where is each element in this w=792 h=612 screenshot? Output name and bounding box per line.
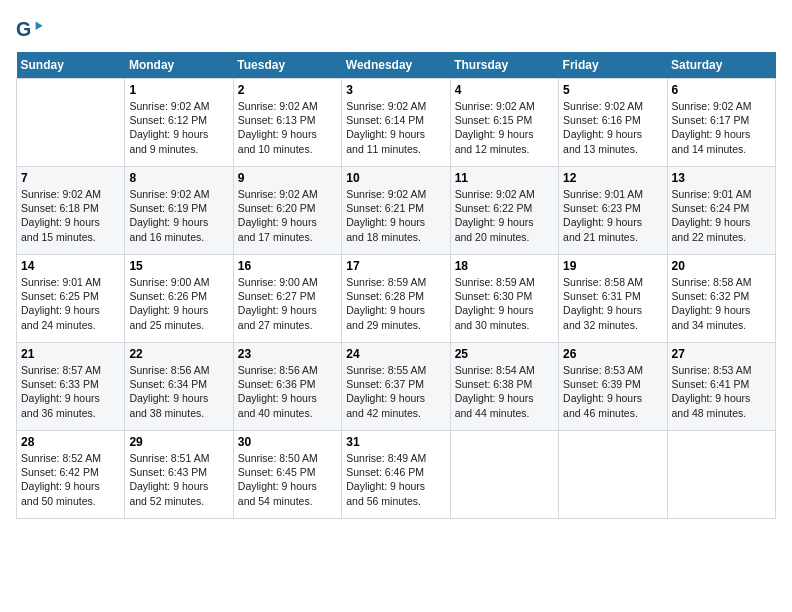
calendar-cell: 17Sunrise: 8:59 AM Sunset: 6:28 PM Dayli… <box>342 255 450 343</box>
day-number: 14 <box>21 259 120 273</box>
day-number: 10 <box>346 171 445 185</box>
day-number: 21 <box>21 347 120 361</box>
day-info: Sunrise: 8:53 AM Sunset: 6:41 PM Dayligh… <box>672 363 771 420</box>
day-info: Sunrise: 9:02 AM Sunset: 6:17 PM Dayligh… <box>672 99 771 156</box>
calendar-cell: 31Sunrise: 8:49 AM Sunset: 6:46 PM Dayli… <box>342 431 450 519</box>
calendar-cell: 24Sunrise: 8:55 AM Sunset: 6:37 PM Dayli… <box>342 343 450 431</box>
calendar-cell <box>450 431 558 519</box>
day-of-week-header: Thursday <box>450 52 558 79</box>
day-number: 29 <box>129 435 228 449</box>
calendar-cell <box>559 431 667 519</box>
day-info: Sunrise: 9:02 AM Sunset: 6:18 PM Dayligh… <box>21 187 120 244</box>
calendar-cell: 2Sunrise: 9:02 AM Sunset: 6:13 PM Daylig… <box>233 79 341 167</box>
day-number: 9 <box>238 171 337 185</box>
logo-icon: G <box>16 16 44 44</box>
day-info: Sunrise: 8:52 AM Sunset: 6:42 PM Dayligh… <box>21 451 120 508</box>
day-info: Sunrise: 8:50 AM Sunset: 6:45 PM Dayligh… <box>238 451 337 508</box>
day-number: 25 <box>455 347 554 361</box>
calendar-cell: 15Sunrise: 9:00 AM Sunset: 6:26 PM Dayli… <box>125 255 233 343</box>
day-number: 15 <box>129 259 228 273</box>
day-info: Sunrise: 8:58 AM Sunset: 6:32 PM Dayligh… <box>672 275 771 332</box>
day-info: Sunrise: 9:01 AM Sunset: 6:23 PM Dayligh… <box>563 187 662 244</box>
day-info: Sunrise: 9:02 AM Sunset: 6:16 PM Dayligh… <box>563 99 662 156</box>
day-number: 6 <box>672 83 771 97</box>
calendar-cell: 3Sunrise: 9:02 AM Sunset: 6:14 PM Daylig… <box>342 79 450 167</box>
day-number: 8 <box>129 171 228 185</box>
day-info: Sunrise: 8:51 AM Sunset: 6:43 PM Dayligh… <box>129 451 228 508</box>
day-number: 4 <box>455 83 554 97</box>
day-of-week-header: Friday <box>559 52 667 79</box>
day-number: 31 <box>346 435 445 449</box>
day-info: Sunrise: 9:02 AM Sunset: 6:15 PM Dayligh… <box>455 99 554 156</box>
calendar-cell: 8Sunrise: 9:02 AM Sunset: 6:19 PM Daylig… <box>125 167 233 255</box>
calendar-cell: 23Sunrise: 8:56 AM Sunset: 6:36 PM Dayli… <box>233 343 341 431</box>
day-number: 7 <box>21 171 120 185</box>
day-of-week-header: Sunday <box>17 52 125 79</box>
day-info: Sunrise: 9:02 AM Sunset: 6:21 PM Dayligh… <box>346 187 445 244</box>
calendar-cell: 5Sunrise: 9:02 AM Sunset: 6:16 PM Daylig… <box>559 79 667 167</box>
day-number: 28 <box>21 435 120 449</box>
day-info: Sunrise: 9:02 AM Sunset: 6:12 PM Dayligh… <box>129 99 228 156</box>
day-number: 12 <box>563 171 662 185</box>
day-info: Sunrise: 8:49 AM Sunset: 6:46 PM Dayligh… <box>346 451 445 508</box>
logo: G <box>16 16 48 44</box>
day-info: Sunrise: 8:58 AM Sunset: 6:31 PM Dayligh… <box>563 275 662 332</box>
calendar-cell: 12Sunrise: 9:01 AM Sunset: 6:23 PM Dayli… <box>559 167 667 255</box>
calendar-cell: 19Sunrise: 8:58 AM Sunset: 6:31 PM Dayli… <box>559 255 667 343</box>
day-number: 30 <box>238 435 337 449</box>
day-info: Sunrise: 9:02 AM Sunset: 6:20 PM Dayligh… <box>238 187 337 244</box>
day-number: 16 <box>238 259 337 273</box>
calendar-cell: 9Sunrise: 9:02 AM Sunset: 6:20 PM Daylig… <box>233 167 341 255</box>
day-of-week-header: Saturday <box>667 52 775 79</box>
day-number: 22 <box>129 347 228 361</box>
day-info: Sunrise: 8:55 AM Sunset: 6:37 PM Dayligh… <box>346 363 445 420</box>
calendar-cell: 30Sunrise: 8:50 AM Sunset: 6:45 PM Dayli… <box>233 431 341 519</box>
day-number: 1 <box>129 83 228 97</box>
day-info: Sunrise: 8:59 AM Sunset: 6:30 PM Dayligh… <box>455 275 554 332</box>
calendar-cell: 7Sunrise: 9:02 AM Sunset: 6:18 PM Daylig… <box>17 167 125 255</box>
calendar-cell: 1Sunrise: 9:02 AM Sunset: 6:12 PM Daylig… <box>125 79 233 167</box>
day-number: 3 <box>346 83 445 97</box>
day-number: 19 <box>563 259 662 273</box>
day-info: Sunrise: 9:02 AM Sunset: 6:14 PM Dayligh… <box>346 99 445 156</box>
calendar-cell: 4Sunrise: 9:02 AM Sunset: 6:15 PM Daylig… <box>450 79 558 167</box>
calendar-cell: 6Sunrise: 9:02 AM Sunset: 6:17 PM Daylig… <box>667 79 775 167</box>
day-info: Sunrise: 9:02 AM Sunset: 6:22 PM Dayligh… <box>455 187 554 244</box>
day-of-week-header: Monday <box>125 52 233 79</box>
day-of-week-header: Wednesday <box>342 52 450 79</box>
day-info: Sunrise: 9:01 AM Sunset: 6:25 PM Dayligh… <box>21 275 120 332</box>
calendar-cell: 26Sunrise: 8:53 AM Sunset: 6:39 PM Dayli… <box>559 343 667 431</box>
day-number: 23 <box>238 347 337 361</box>
day-number: 11 <box>455 171 554 185</box>
day-info: Sunrise: 9:02 AM Sunset: 6:13 PM Dayligh… <box>238 99 337 156</box>
day-number: 20 <box>672 259 771 273</box>
calendar-cell: 28Sunrise: 8:52 AM Sunset: 6:42 PM Dayli… <box>17 431 125 519</box>
calendar-cell: 21Sunrise: 8:57 AM Sunset: 6:33 PM Dayli… <box>17 343 125 431</box>
calendar-cell: 13Sunrise: 9:01 AM Sunset: 6:24 PM Dayli… <box>667 167 775 255</box>
calendar-table: SundayMondayTuesdayWednesdayThursdayFrid… <box>16 52 776 519</box>
calendar-cell: 20Sunrise: 8:58 AM Sunset: 6:32 PM Dayli… <box>667 255 775 343</box>
day-info: Sunrise: 8:59 AM Sunset: 6:28 PM Dayligh… <box>346 275 445 332</box>
calendar-cell: 25Sunrise: 8:54 AM Sunset: 6:38 PM Dayli… <box>450 343 558 431</box>
calendar-cell: 22Sunrise: 8:56 AM Sunset: 6:34 PM Dayli… <box>125 343 233 431</box>
day-number: 27 <box>672 347 771 361</box>
svg-marker-1 <box>36 22 43 30</box>
day-info: Sunrise: 8:53 AM Sunset: 6:39 PM Dayligh… <box>563 363 662 420</box>
calendar-cell: 16Sunrise: 9:00 AM Sunset: 6:27 PM Dayli… <box>233 255 341 343</box>
calendar-cell: 29Sunrise: 8:51 AM Sunset: 6:43 PM Dayli… <box>125 431 233 519</box>
svg-text:G: G <box>16 18 31 40</box>
day-info: Sunrise: 8:56 AM Sunset: 6:34 PM Dayligh… <box>129 363 228 420</box>
calendar-cell: 14Sunrise: 9:01 AM Sunset: 6:25 PM Dayli… <box>17 255 125 343</box>
page-header: G <box>16 16 776 44</box>
day-number: 26 <box>563 347 662 361</box>
calendar-cell: 18Sunrise: 8:59 AM Sunset: 6:30 PM Dayli… <box>450 255 558 343</box>
day-number: 17 <box>346 259 445 273</box>
day-info: Sunrise: 9:02 AM Sunset: 6:19 PM Dayligh… <box>129 187 228 244</box>
calendar-cell: 10Sunrise: 9:02 AM Sunset: 6:21 PM Dayli… <box>342 167 450 255</box>
day-info: Sunrise: 9:01 AM Sunset: 6:24 PM Dayligh… <box>672 187 771 244</box>
day-number: 2 <box>238 83 337 97</box>
calendar-cell <box>667 431 775 519</box>
calendar-cell: 11Sunrise: 9:02 AM Sunset: 6:22 PM Dayli… <box>450 167 558 255</box>
day-number: 18 <box>455 259 554 273</box>
day-info: Sunrise: 8:57 AM Sunset: 6:33 PM Dayligh… <box>21 363 120 420</box>
